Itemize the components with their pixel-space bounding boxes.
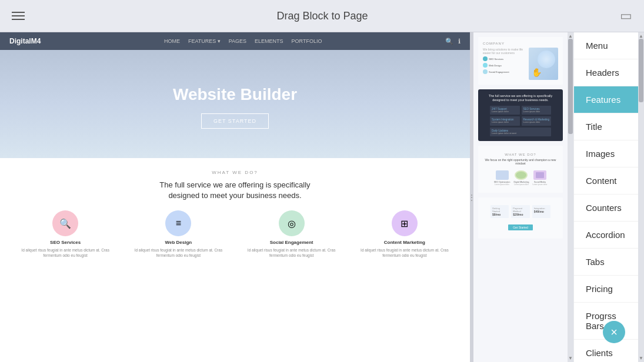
wb-nav-portfolio[interactable]: PORTFOLIO [292,38,322,44]
nav-item-title[interactable]: Title [574,113,638,140]
thumb-service-2: Web Design [489,64,502,67]
web-design-icon: ≡ [165,210,191,236]
service-text: Id aliquet risus feugiat in ante metus d… [351,247,458,258]
service-name: SEO Services [12,240,119,245]
search-icon[interactable]: 🔍 [445,38,453,45]
thumb-dark-title: The full service we are offering is spec… [483,94,558,102]
service-text: Id aliquet risus feugiat in ante metus d… [125,247,232,258]
block-nav-list: Menu Headers Features Title Images Conte… [573,32,638,362]
thumb-service-3: Social Engagement [489,71,509,73]
thumbnails-scrollbar: ▲ ▼ [568,32,573,362]
main-area: DigitalM4 HOME FEATURES ▾ PAGES ELEMENTS… [0,32,644,362]
scroll-down-arrow[interactable]: ▼ [568,356,573,361]
features-thumb-4[interactable]: Getting Started $9/mo Payment Method $29… [478,197,563,239]
service-name: Content Marketing [351,240,458,245]
thumb4-label-1: Getting Started [492,207,507,213]
nav-item-accordion[interactable]: Accordion [574,222,638,249]
header: Drag Block to Page ▭ [0,0,644,32]
thumb-label: COMPANY [483,42,505,45]
scroll-up-arrow[interactable]: ▲ [568,33,573,39]
list-item: 🔍 SEO Services Id aliquet risus feugiat … [12,210,119,258]
close-button[interactable]: × [603,321,625,343]
wb-hero-button[interactable]: GET STARTED [201,113,269,129]
thumb4-price-2: $29/mo [513,213,528,216]
nav-item-menu[interactable]: Menu [574,32,638,59]
service-text: Id aliquet risus feugiat in ante metus d… [238,247,345,258]
service-name: Social Engagement [238,240,345,245]
nav-item-content[interactable]: Content [574,167,638,195]
wb-hero: Website Builder GET STARTED [0,50,470,158]
features-thumb-3[interactable]: WHAT WE DO? We focus on the right opport… [478,146,563,193]
nav-item-features[interactable]: Features [574,86,638,113]
preview-panel[interactable]: DigitalM4 HOME FEATURES ▾ PAGES ELEMENTS… [0,32,470,362]
wb-nav-home[interactable]: HOME [164,38,180,44]
info-icon[interactable]: ℹ [458,38,461,45]
thumb3-text-3: Lorem ipsum dolor [533,183,548,186]
list-item: ⊞ Content Marketing Id aliquet risus feu… [351,210,458,258]
thumb-dark-text-5: Lorem ipsum dolor sit amet [492,132,549,135]
thumb4-price-1: $9/mo [492,213,507,216]
thumb3-text-2: Lorem ipsum dolor [513,183,529,186]
nav-item-images[interactable]: Images [574,140,638,167]
thumb-tagline: We bring solutions to make life easier f… [483,48,526,55]
thumb-dark-text-3: Lorem ipsum dolor [492,121,518,123]
wb-navbar: DigitalM4 HOME FEATURES ▾ PAGES ELEMENTS… [0,32,470,50]
nav-item-counters[interactable]: Counters [574,195,638,222]
service-text: Id aliquet risus feugiat in ante metus d… [12,247,119,258]
blocks-panel: COMPANY We bring solutions to make life … [473,32,644,362]
hamburger-icon[interactable] [12,12,25,20]
thumb3-title: We focus on the right opportunity and ch… [483,158,558,165]
thumb4-price-3: $49/mo [534,210,549,213]
wb-services: WHAT WE DO? The full service we are offe… [0,158,470,270]
header-right: ▭ [620,8,632,24]
wb-services-heading: The full service we are offering is spec… [12,180,458,201]
wb-services-grid: 🔍 SEO Services Id aliquet risus feugiat … [12,210,458,258]
thumb-service-1: SEO Services [489,58,503,61]
thumbnails-column[interactable]: COMPANY We bring solutions to make life … [473,32,568,362]
wb-nav-links: HOME FEATURES ▾ PAGES ELEMENTS PORTFOLIO [164,38,322,44]
thumb-dark-text-1: Lorem ipsum dolor [492,110,518,113]
service-name: Web Design [125,240,232,245]
content-icon: ⊞ [392,210,418,236]
header-title: Drag Block to Page [276,10,368,22]
wb-services-subtitle: WHAT WE DO? [12,170,458,175]
nav-item-tabs[interactable]: Tabs [574,249,638,276]
thumb3-text-1: Lorem ipsum dolor [494,183,510,186]
wb-hero-title: Website Builder [173,85,297,104]
features-thumb-1[interactable]: COMPANY We bring solutions to make life … [478,37,563,85]
wb-nav-pages[interactable]: PAGES [229,38,246,44]
social-icon: ◎ [279,210,305,236]
nav-scroll-down-arrow[interactable]: ▼ [639,356,643,361]
thumb-dark-text-2: Lorem ipsum dolor [523,110,550,113]
wb-nav-icons: 🔍 ℹ [445,38,461,45]
thumb-dark-grid: 24/7 Support Lorem ipsum dolor SEO Servi… [490,106,551,136]
nav-item-clients[interactable]: Clients [574,340,638,362]
wb-logo: DigitalM4 [9,37,41,45]
thumb3-label: WHAT WE DO? [505,153,536,156]
nav-item-pricing[interactable]: Pricing [574,276,638,303]
nav-item-headers[interactable]: Headers [574,59,638,86]
wb-nav-features[interactable]: FEATURES ▾ [188,38,221,44]
wb-nav-elements[interactable]: ELEMENTS [255,38,283,44]
list-item: ≡ Web Design Id aliquet risus feugiat in… [125,210,232,258]
features-thumb-2[interactable]: The full service we are offering is spec… [478,89,563,141]
nav-scrollbar: ▲ ▼ [638,32,644,362]
seo-icon: 🔍 [52,210,78,236]
phone-icon: ▭ [620,8,632,24]
thumb-dark-text-4: Lorem ipsum dolor [523,121,550,123]
thumb4-label-2: Payment Method [513,207,528,213]
list-item: ◎ Social Engagement Id aliquet risus feu… [238,210,345,258]
nav-scroll-up-arrow[interactable]: ▲ [639,33,643,39]
header-left [12,12,25,20]
thumb4-button[interactable]: Get Started [508,224,533,230]
